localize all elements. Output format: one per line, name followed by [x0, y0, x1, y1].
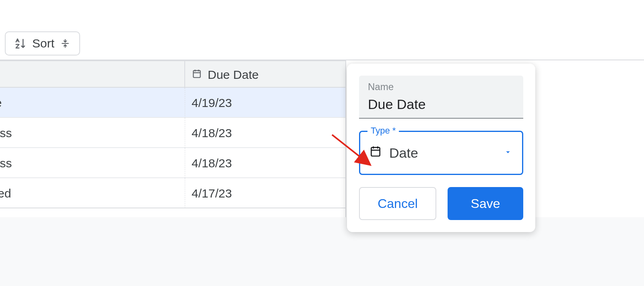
column-header-status[interactable]: Status: [0, 61, 185, 88]
toolbar: Sort: [0, 28, 644, 60]
due-date-cell: 4/18/23: [185, 118, 346, 148]
status-cell: Complete: [0, 88, 185, 118]
calendar-icon: [192, 61, 202, 88]
table-row[interactable]: Not Started 4/17/23: [0, 178, 346, 208]
table-header-row: Status Due Date: [0, 60, 346, 88]
sort-button-label: Sort: [32, 37, 54, 50]
column-divider: [345, 60, 346, 217]
data-table: Status Due Date Complete 4/19/23 In Prog…: [0, 60, 346, 208]
column-header-due-date[interactable]: Due Date: [185, 61, 346, 88]
sort-az-icon: [14, 37, 27, 49]
sort-button[interactable]: Sort: [5, 31, 80, 56]
column-header-label: Due Date: [208, 61, 259, 88]
dialog-button-row: Cancel Save: [359, 187, 523, 220]
svg-rect-6: [371, 148, 380, 156]
compact-rows-icon: [60, 38, 70, 49]
name-input[interactable]: Name Due Date: [359, 76, 523, 119]
status-cell: Not Started: [0, 178, 185, 208]
due-date-cell: 4/19/23: [185, 88, 346, 118]
type-select[interactable]: Type * Date: [359, 131, 523, 175]
column-edit-dialog: Name Due Date Type * Date Cancel: [347, 64, 535, 232]
cancel-button[interactable]: Cancel: [359, 187, 436, 220]
app-stage: Sort Status: [0, 0, 644, 286]
table-row[interactable]: Complete 4/19/23: [0, 88, 346, 118]
empty-area: [0, 217, 644, 286]
name-input-value: Due Date: [368, 97, 514, 112]
table-row[interactable]: In Progress 4/18/23: [0, 118, 346, 148]
status-cell: In Progress: [0, 148, 185, 178]
type-select-value: Date: [389, 145, 418, 161]
due-date-cell: 4/17/23: [185, 178, 346, 208]
type-select-label: Type *: [367, 126, 399, 136]
name-input-label: Name: [368, 81, 514, 93]
chevron-down-icon: [504, 148, 512, 158]
status-cell: In Progress: [0, 118, 185, 148]
svg-rect-2: [193, 70, 200, 77]
save-button[interactable]: Save: [448, 187, 523, 220]
calendar-icon: [369, 145, 382, 161]
table-row[interactable]: In Progress 4/18/23: [0, 148, 346, 178]
due-date-cell: 4/18/23: [185, 148, 346, 178]
